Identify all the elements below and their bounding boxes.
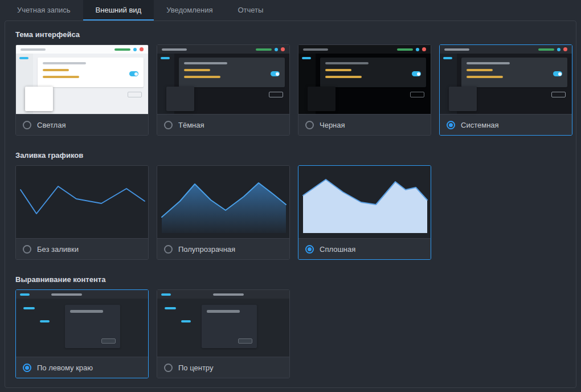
red-dot-icon (281, 47, 285, 51)
mini-button (128, 92, 142, 97)
chartfill-preview-solid (298, 166, 431, 238)
mini-topbar (440, 45, 572, 54)
mini-logo-line (20, 293, 30, 296)
mini-modal (166, 87, 194, 111)
toggle-icon (553, 71, 562, 76)
area-chart-icon (157, 166, 289, 238)
mini-brand-line (303, 48, 328, 51)
option-label: Черная (320, 121, 345, 129)
mini-sidebar-item (443, 57, 452, 59)
section-title-alignment: Выравнивание контента (15, 275, 566, 284)
mini-button (269, 92, 283, 97)
mini-logo-line (161, 293, 171, 296)
mini-body (440, 54, 572, 114)
mini-status-line (114, 48, 130, 51)
alignment-preview-left (16, 290, 148, 357)
mini-brand-line (444, 48, 469, 51)
mini-warning-line (467, 76, 503, 78)
option-label: Светлая (37, 121, 66, 129)
chartfill-preview-none (16, 166, 148, 238)
alignment-preview-center (157, 290, 289, 357)
mini-sidebar-item (302, 57, 311, 59)
radio-selected-icon[interactable] (23, 364, 31, 372)
chartfill-card-solid[interactable]: Сплошная (298, 165, 431, 260)
mini-status-line (538, 48, 554, 51)
mini-sidebar-item (19, 57, 28, 59)
mini-nav-item (23, 307, 35, 309)
option-label: Без заливки (37, 245, 79, 254)
mini-card (38, 58, 144, 87)
mini-text-line (184, 62, 227, 64)
mini-body (157, 54, 289, 114)
tab-appearance[interactable]: Внешний вид (83, 0, 154, 21)
red-dot-icon (422, 47, 426, 51)
tab-account[interactable]: Учетная запись (5, 0, 83, 21)
theme-preview-system (440, 45, 572, 114)
theme-card-dark[interactable]: Тёмная (157, 44, 290, 136)
theme-card-black[interactable]: Черная (298, 44, 431, 136)
mini-button (551, 92, 566, 97)
radio-icon[interactable] (164, 364, 173, 372)
mini-warning-line (325, 69, 351, 71)
option-label: Полупрозрачная (178, 245, 235, 254)
mini-modal (25, 87, 53, 111)
cyan-dot-icon (416, 48, 419, 51)
theme-option-black[interactable]: Черная (298, 114, 431, 135)
mini-body (16, 54, 148, 114)
toggle-icon (412, 71, 421, 76)
radio-selected-icon[interactable] (447, 121, 455, 129)
radio-icon[interactable] (23, 121, 31, 129)
alignment-option-center[interactable]: По центру (157, 357, 289, 378)
section-title-theme: Тема интерфейса (15, 30, 566, 39)
section-title-chart-fill: Заливка графиков (15, 151, 566, 160)
mini-content-box (65, 305, 120, 348)
theme-card-light[interactable]: Светлая (15, 44, 149, 136)
mini-text-line (43, 62, 86, 64)
mini-status-line (256, 48, 272, 51)
radio-icon[interactable] (23, 245, 31, 254)
alignment-option-left[interactable]: По левому краю (16, 357, 148, 378)
radio-selected-icon[interactable] (305, 245, 314, 254)
toggle-icon (129, 71, 138, 76)
mini-warning-line (184, 69, 210, 71)
alignment-card-left[interactable]: По левому краю (15, 289, 149, 378)
radio-icon[interactable] (164, 245, 173, 254)
mini-warning-line (184, 76, 220, 78)
mini-nav-item (40, 320, 50, 322)
radio-icon[interactable] (164, 121, 173, 129)
radio-icon[interactable] (305, 121, 314, 129)
theme-option-light[interactable]: Светлая (16, 114, 148, 135)
chartfill-card-none[interactable]: Без заливки (15, 165, 149, 260)
theme-option-dark[interactable]: Тёмная (157, 114, 289, 135)
theme-preview-black (298, 45, 431, 114)
red-dot-icon (563, 47, 567, 51)
mini-button (101, 338, 116, 344)
theme-card-system[interactable]: Системная (439, 44, 572, 136)
mini-text-line (207, 310, 240, 313)
chartfill-option-translucent[interactable]: Полупрозрачная (157, 238, 289, 259)
mini-brand-line (162, 48, 187, 51)
mini-brand-line (21, 48, 46, 51)
mini-nav-item (181, 320, 191, 322)
alignment-cards: По левому краю По центру (15, 289, 566, 378)
theme-preview-light (16, 45, 148, 114)
mini-card (320, 58, 426, 87)
chartfill-option-solid[interactable]: Сплошная (298, 238, 431, 259)
chartfill-card-translucent[interactable]: Полупрозрачная (157, 165, 290, 260)
theme-preview-dark (157, 45, 289, 114)
tab-reports[interactable]: Отчеты (225, 0, 276, 21)
mini-title-line (213, 293, 244, 296)
alignment-card-center[interactable]: По центру (157, 289, 290, 378)
chartfill-option-none[interactable]: Без заливки (16, 238, 148, 259)
option-label: По левому краю (37, 364, 93, 372)
mini-warning-line (43, 76, 79, 78)
tab-notifications[interactable]: Уведомления (154, 0, 225, 21)
mini-sidebar-item (161, 57, 170, 59)
mini-title-line (51, 293, 82, 296)
theme-option-system[interactable]: Системная (440, 114, 572, 135)
option-label: Сплошная (320, 245, 355, 254)
mini-warning-line (325, 76, 362, 78)
line-chart-icon (16, 166, 148, 238)
mini-text-line (325, 62, 369, 64)
cyan-dot-icon (557, 48, 560, 51)
